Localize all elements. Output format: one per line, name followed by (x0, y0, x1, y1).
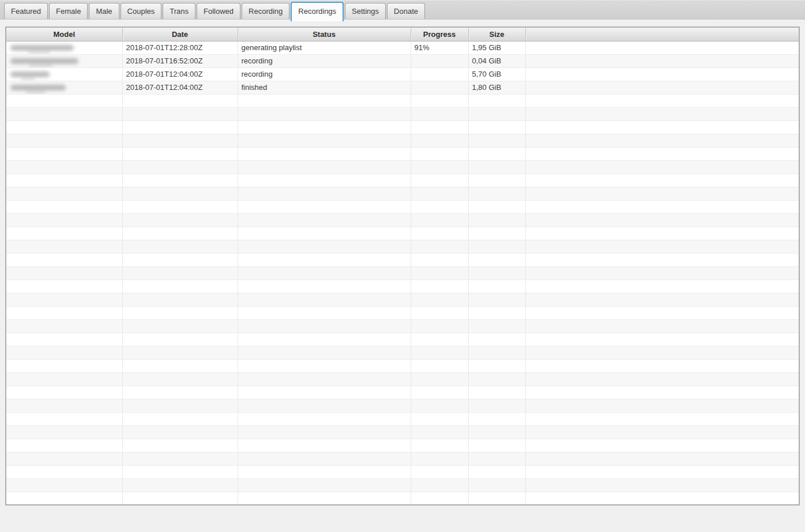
column-header-size[interactable]: Size (468, 27, 525, 41)
empty-row (6, 372, 799, 386)
model-cell (6, 41, 122, 54)
empty-cell (6, 333, 122, 346)
empty-cell (468, 333, 525, 346)
tab-trans[interactable]: Trans (163, 3, 195, 19)
tab-featured[interactable]: Featured (4, 3, 48, 19)
empty-cell (238, 107, 411, 120)
empty-cell (411, 333, 468, 346)
empty-cell (411, 452, 468, 465)
empty-cell (411, 372, 468, 386)
empty-cell (468, 478, 525, 492)
tab-recording[interactable]: Recording (242, 3, 289, 19)
tab-couples[interactable]: Couples (121, 3, 162, 19)
empty-cell (122, 240, 238, 253)
empty-cell (525, 346, 799, 359)
table-row[interactable]: 2018-07-01T16:52:00Zrecording0,04 GiB (6, 54, 799, 67)
empty-cell (122, 173, 238, 187)
empty-cell (122, 425, 238, 439)
empty-cell (238, 478, 411, 492)
empty-row (6, 333, 799, 346)
column-header-status[interactable]: Status (238, 27, 411, 41)
empty-cell (122, 492, 238, 505)
date-cell: 2018-07-01T12:04:00Z (122, 81, 238, 94)
empty-cell (411, 160, 468, 173)
empty-row (6, 359, 799, 372)
empty-cell (525, 253, 799, 266)
empty-cell (238, 253, 411, 266)
empty-cell (122, 333, 238, 346)
tab-male[interactable]: Male (89, 3, 119, 19)
empty-cell (122, 134, 238, 147)
empty-row (6, 107, 799, 120)
empty-cell (122, 372, 238, 386)
size-cell: 0,04 GiB (468, 54, 525, 67)
empty-cell (525, 293, 799, 306)
column-header-progress[interactable]: Progress (411, 27, 468, 41)
redacted-model-name (10, 85, 66, 90)
empty-cell (525, 399, 799, 412)
empty-cell (6, 120, 122, 134)
empty-cell (238, 94, 411, 107)
empty-cell (6, 465, 122, 478)
empty-cell (238, 120, 411, 134)
tab-settings[interactable]: Settings (345, 3, 386, 19)
tab-bar: FeaturedFemaleMaleCouplesTransFollowedRe… (0, 0, 805, 20)
empty-cell (411, 94, 468, 107)
tab-female[interactable]: Female (49, 3, 88, 19)
empty-cell (411, 439, 468, 452)
empty-row (6, 200, 799, 213)
empty-cell (468, 359, 525, 372)
empty-cell (122, 386, 238, 399)
empty-cell (525, 200, 799, 213)
empty-cell (122, 293, 238, 306)
empty-cell (525, 359, 799, 372)
empty-cell (6, 213, 122, 227)
empty-cell (411, 280, 468, 293)
empty-cell (411, 359, 468, 372)
empty-cell (468, 425, 525, 439)
empty-cell (122, 187, 238, 200)
empty-cell (525, 452, 799, 465)
empty-cell (6, 187, 122, 200)
empty-cell (411, 173, 468, 187)
empty-row (6, 306, 799, 319)
empty-cell (122, 147, 238, 160)
empty-cell (122, 94, 238, 107)
empty-row (6, 134, 799, 147)
empty-cell (238, 333, 411, 346)
empty-cell (238, 147, 411, 160)
empty-cell (525, 187, 799, 200)
empty-cell (6, 280, 122, 293)
empty-cell (411, 306, 468, 319)
empty-cell (238, 306, 411, 319)
date-cell: 2018-07-01T12:28:00Z (122, 41, 238, 54)
empty-cell (122, 346, 238, 359)
empty-cell (122, 439, 238, 452)
status-cell: recording (238, 67, 411, 81)
tab-followed[interactable]: Followed (197, 3, 240, 19)
empty-cell (6, 452, 122, 465)
empty-row (6, 386, 799, 399)
table-row[interactable]: 2018-07-01T12:04:00Zrecording5,70 GiB (6, 67, 799, 81)
column-header-model[interactable]: Model (6, 27, 122, 41)
empty-cell (122, 280, 238, 293)
spacer-cell (525, 41, 799, 54)
tab-recordings[interactable]: Recordings (291, 2, 344, 21)
table-row[interactable]: 2018-07-01T12:04:00Zfinished1,80 GiB (6, 81, 799, 94)
empty-cell (468, 187, 525, 200)
empty-cell (238, 359, 411, 372)
empty-cell (6, 386, 122, 399)
empty-row (6, 399, 799, 412)
empty-cell (122, 160, 238, 173)
empty-row (6, 439, 799, 452)
column-header-date[interactable]: Date (122, 27, 238, 41)
empty-cell (411, 240, 468, 253)
size-cell: 1,80 GiB (468, 81, 525, 94)
empty-cell (525, 213, 799, 227)
table-row[interactable]: 2018-07-01T12:28:00Zgenerating playlist9… (6, 41, 799, 54)
model-cell (6, 54, 122, 67)
tab-donate[interactable]: Donate (387, 3, 425, 19)
empty-cell (525, 372, 799, 386)
empty-cell (468, 200, 525, 213)
empty-cell (238, 412, 411, 425)
